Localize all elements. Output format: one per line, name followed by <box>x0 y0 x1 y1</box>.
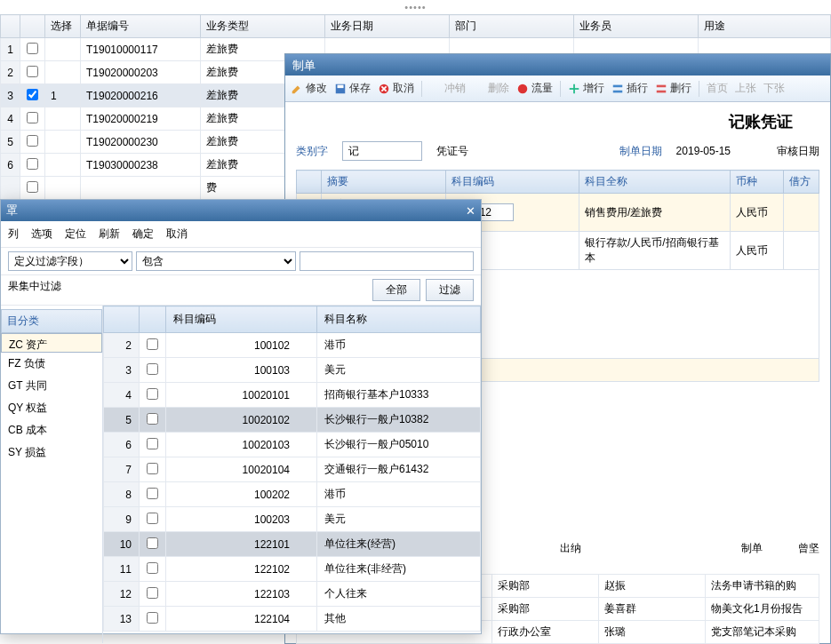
menu-ok[interactable]: 确定 <box>132 227 154 242</box>
col-staff[interactable]: 业务员 <box>574 15 699 38</box>
cancel-button[interactable]: 取消 <box>378 81 414 96</box>
row-checkbox[interactable] <box>27 89 38 100</box>
table-row[interactable]: 3100103美元 <box>104 358 481 383</box>
col-acct-name[interactable]: 科目名称 <box>317 306 481 333</box>
type-input[interactable] <box>342 141 422 161</box>
first-button[interactable]: 首页 <box>707 81 728 96</box>
account-picker-dialog: 罩 ✕ 列 选项 定位 刷新 确定 取消 定义过滤字段） 包含 果集中过滤 全部… <box>0 199 482 634</box>
filter-value-input[interactable] <box>300 251 474 271</box>
row-checkbox[interactable] <box>147 612 158 624</box>
row-checkbox[interactable] <box>27 66 38 77</box>
menu-option[interactable]: 选项 <box>31 227 52 242</box>
zhidan-value: 曾坚 <box>798 541 819 556</box>
table-row[interactable]: 510020102长沙银行一般户10382 <box>104 408 481 433</box>
insertrow-button[interactable]: 插行 <box>611 81 648 96</box>
menu-col[interactable]: 列 <box>8 227 19 242</box>
filter-op-select[interactable]: 包含 <box>136 251 296 271</box>
save-button[interactable]: 保存 <box>334 81 371 96</box>
menu-refresh[interactable]: 刷新 <box>99 227 120 242</box>
menu-locate[interactable]: 定位 <box>65 227 86 242</box>
prev-button[interactable]: 上张 <box>735 81 756 96</box>
chuna-label: 出纳 <box>560 541 581 556</box>
table-row[interactable]: 2100102港币 <box>104 333 481 358</box>
row-checkbox[interactable] <box>147 463 158 474</box>
flow-button[interactable]: 流量 <box>516 81 553 96</box>
row-checkbox[interactable] <box>147 388 158 400</box>
row-checkbox[interactable] <box>147 537 158 549</box>
svg-point-3 <box>518 83 528 93</box>
table-row[interactable]: 8100202港币 <box>104 482 481 507</box>
account-grid: 科目编码 科目名称 2100102港币3100103美元410020101招商银… <box>103 306 481 632</box>
col-debit[interactable]: 借方 <box>784 171 819 194</box>
table-row[interactable]: 13122104其他 <box>104 607 481 632</box>
row-checkbox[interactable] <box>27 43 38 54</box>
row-checkbox[interactable] <box>147 413 158 425</box>
row-checkbox[interactable] <box>27 181 38 193</box>
col-date[interactable]: 业务日期 <box>325 15 450 38</box>
tree-item[interactable]: SY 损益 <box>1 441 102 464</box>
col-purpose[interactable]: 用途 <box>699 15 831 38</box>
voucher-title: 记账凭证 <box>296 111 819 132</box>
modal-menu: 列 选项 定位 刷新 确定 取消 <box>1 221 481 248</box>
row-checkbox[interactable] <box>27 135 38 147</box>
filter-field-select[interactable]: 定义过滤字段） <box>8 251 132 271</box>
col-type[interactable]: 业务类型 <box>201 15 325 38</box>
col-summary[interactable]: 摘要 <box>322 171 446 194</box>
menu-cancel[interactable]: 取消 <box>166 227 188 242</box>
vno-label: 凭证号 <box>436 144 468 159</box>
modify-button[interactable]: 修改 <box>291 81 327 96</box>
col-docno[interactable]: 单据编号 <box>81 15 201 38</box>
filter2-label: 果集中过滤 <box>8 279 367 301</box>
table-row[interactable]: 12122103个人往来 <box>104 582 481 607</box>
table-row[interactable]: 9100203美元 <box>104 507 481 532</box>
svg-rect-7 <box>613 90 623 92</box>
auditdate-label: 审核日期 <box>777 144 819 159</box>
delrow-button[interactable]: 删行 <box>655 81 691 96</box>
row-checkbox[interactable] <box>27 158 38 170</box>
voucher-toolbar: 修改 保存 取消 冲销 删除 流量 增行 插行 删行 首页 上张 下张 <box>285 76 830 102</box>
tree-item[interactable]: GT 共同 <box>1 375 102 397</box>
col-fullname[interactable]: 科目全称 <box>579 171 731 194</box>
row-checkbox[interactable] <box>147 338 158 350</box>
grip-handle: ••••• <box>0 0 831 14</box>
col-currency[interactable]: 币种 <box>731 171 784 194</box>
svg-rect-6 <box>613 84 623 87</box>
all-button[interactable]: 全部 <box>372 279 420 301</box>
tree-item[interactable]: ZC 资产 <box>1 333 102 353</box>
row-checkbox[interactable] <box>147 488 158 499</box>
row-checkbox[interactable] <box>147 587 158 599</box>
voucher-titlebar[interactable]: 制单 <box>285 54 830 76</box>
next-button[interactable]: 下张 <box>763 81 785 96</box>
row-checkbox[interactable] <box>147 438 158 449</box>
svg-rect-8 <box>657 84 667 87</box>
close-icon[interactable]: ✕ <box>466 204 475 218</box>
col-acct-code[interactable]: 科目编码 <box>166 306 317 333</box>
svg-rect-9 <box>657 90 667 92</box>
makedate-label: 制单日期 <box>619 144 662 159</box>
tree-header: 目分类 <box>1 309 102 333</box>
tree-item[interactable]: FZ 负债 <box>1 353 102 375</box>
category-tree: 目分类 ZC 资产FZ 负债GT 共同QY 权益CB 成本SY 损益 <box>1 306 103 643</box>
table-row[interactable]: 410020101招商银行基本户10333 <box>104 383 481 408</box>
filter-button[interactable]: 过滤 <box>426 279 474 301</box>
table-row[interactable]: 710020104交通银行一般户61432 <box>104 457 481 482</box>
row-checkbox[interactable] <box>147 513 158 524</box>
row-checkbox[interactable] <box>147 562 158 574</box>
table-row[interactable]: 10122101单位往来(经营) <box>104 532 481 557</box>
chongxiao-button[interactable]: 冲销 <box>429 81 466 96</box>
modal-titlebar[interactable]: 罩 ✕ <box>1 200 481 221</box>
table-row[interactable]: 610020103长沙银行一般户05010 <box>104 433 481 457</box>
col-select[interactable]: 选择 <box>45 15 81 38</box>
row-checkbox[interactable] <box>27 112 38 123</box>
row-checkbox[interactable] <box>147 363 158 375</box>
col-dept[interactable]: 部门 <box>450 15 574 38</box>
col-code[interactable]: 科目编码 <box>446 171 579 194</box>
table-row[interactable]: 11122102单位往来(非经营) <box>104 557 481 582</box>
svg-rect-1 <box>338 84 344 88</box>
addrow-button[interactable]: 增行 <box>568 81 604 96</box>
svg-rect-5 <box>573 83 575 93</box>
tree-item[interactable]: QY 权益 <box>1 397 102 419</box>
delete-button[interactable]: 删除 <box>473 81 509 96</box>
tree-item[interactable]: CB 成本 <box>1 419 102 441</box>
zhidan-label: 制单 <box>741 541 763 556</box>
